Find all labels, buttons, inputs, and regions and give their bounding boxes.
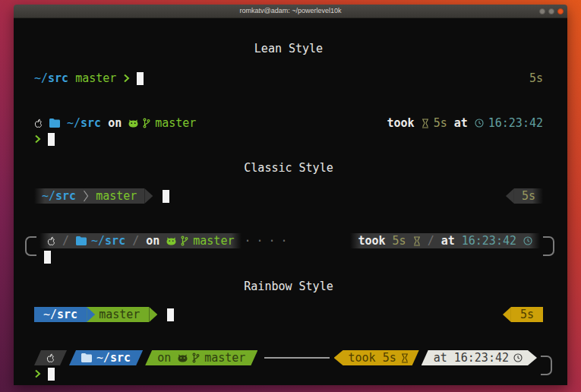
current-time: 16:23:42 — [488, 115, 543, 131]
rainbow-segment-duration: 5s — [511, 307, 543, 322]
rainbow-segment-git: on master — [145, 350, 257, 365]
lean-prompt-2-line-2 — [14, 131, 567, 147]
rainbow-segment-path: ~/src — [69, 350, 143, 365]
rainbow-segment-time: at 16:23:42 — [422, 350, 537, 365]
git-branch-icon — [192, 352, 200, 363]
clock-icon — [513, 353, 523, 362]
rainbow-segment-duration: took 5s — [334, 350, 419, 365]
terminal-cursor — [167, 308, 174, 321]
path-prefix: ~/ — [91, 233, 105, 248]
apple-os-icon — [46, 353, 55, 363]
classic-prompt-2-line-1: / ~/src / on master ···· took 5s / at 16… — [14, 233, 567, 248]
current-time: 16:23:42 — [462, 233, 516, 248]
git-branch-name: master — [204, 350, 245, 365]
command-duration: 5s — [434, 115, 447, 131]
powerline-segment-right: took 5s / at 16:23:42 — [350, 233, 540, 248]
git-branch-icon — [181, 236, 188, 246]
command-duration: 5s — [383, 350, 396, 365]
slash-separator: / — [132, 233, 139, 248]
git-branch-name: master — [155, 115, 196, 131]
terminal-cursor — [137, 72, 144, 85]
section-title: Lean Style — [254, 41, 323, 56]
path-dir: src — [55, 188, 76, 204]
octocat-icon — [128, 119, 138, 128]
powerline-segment-duration: 5s — [514, 188, 543, 204]
gap-filler-line — [264, 357, 329, 359]
path-prefix: ~/ — [96, 350, 110, 365]
rainbow-segment-os — [34, 350, 67, 365]
at-label: at — [441, 233, 455, 248]
window-controls — [539, 5, 564, 17]
classic-prompt-1: ~/src master 5s — [14, 188, 567, 204]
apple-os-icon — [47, 236, 55, 246]
took-label: took — [349, 350, 376, 365]
powerline-arrow — [503, 307, 511, 322]
powerline-arrow — [506, 188, 514, 204]
classic-prompt-2-line-2 — [14, 249, 567, 264]
powerline-arrow — [149, 307, 157, 322]
rainbow-segment-path: ~/src — [34, 307, 87, 322]
path-dir: src — [57, 307, 77, 322]
git-branch-name: master — [96, 188, 137, 204]
lean-prompt-2-line-1: ~/src on master took 5s at 16:23:42 — [14, 115, 567, 131]
path-dir: src — [110, 350, 131, 365]
git-branch-name: master — [193, 233, 234, 248]
powerline-segment-path-git: ~/src master — [34, 188, 144, 204]
lean-section-title-row: Lean Style — [14, 41, 567, 56]
section-title: Classic Style — [244, 160, 333, 175]
terminal-body[interactable]: Lean Style ~/src master 5s ~/src on mast… — [14, 18, 567, 385]
rainbow-section-title-row: Rainbow Style — [14, 279, 567, 294]
terminal-window: romkatv@adam: ~/powerlevel10k Lean Style… — [14, 5, 567, 385]
command-duration: 5s — [522, 188, 535, 204]
hourglass-icon — [413, 236, 421, 246]
rainbow-segment-git: master — [87, 307, 149, 322]
hourglass-icon — [401, 353, 409, 363]
octocat-icon — [178, 354, 188, 362]
classic-section-title-row: Classic Style — [14, 160, 567, 175]
rainbow-prompt-1: ~/src master 5s — [14, 307, 567, 322]
path-prefix: ~/ — [42, 188, 55, 204]
section-title: Rainbow Style — [244, 279, 333, 294]
slash-separator: / — [428, 233, 434, 248]
minimize-button[interactable] — [539, 8, 545, 14]
terminal-cursor — [44, 251, 51, 264]
apple-os-icon — [34, 119, 43, 128]
rainbow-prompt-2-line-1: ~/src on master took 5s at 16:23:42 — [14, 350, 567, 365]
octocat-icon — [166, 237, 176, 245]
folder-icon — [81, 353, 92, 362]
path-prefix: ~/ — [43, 307, 57, 322]
path-dir: src — [81, 115, 101, 131]
path-prefix: ~/ — [34, 71, 48, 86]
gap-filler-dots: ···· — [244, 233, 292, 248]
on-label: on — [157, 350, 171, 365]
command-duration: 5s — [393, 233, 406, 248]
git-branch-name: master — [99, 307, 140, 322]
maximize-button[interactable] — [548, 8, 554, 14]
folder-icon — [49, 119, 60, 128]
folder-icon — [76, 236, 87, 245]
hourglass-icon — [422, 119, 429, 128]
thin-chevron-separator-icon — [83, 190, 89, 202]
clock-icon — [475, 119, 484, 128]
terminal-cursor — [48, 133, 55, 146]
path-prefix: ~/ — [67, 115, 81, 131]
chevron-right-icon — [123, 74, 130, 83]
terminal-cursor — [48, 368, 55, 381]
git-branch-icon — [143, 118, 150, 128]
took-label: took — [387, 115, 415, 131]
close-button[interactable] — [557, 8, 564, 14]
on-label: on — [146, 233, 159, 248]
path-dir: src — [48, 71, 68, 86]
rainbow-prompt-2-line-2 — [14, 366, 567, 381]
powerline-arrow — [144, 188, 153, 204]
powerline-segment-left: / ~/src / on master — [39, 233, 242, 248]
at-label: at — [454, 115, 468, 131]
titlebar[interactable]: romkatv@adam: ~/powerlevel10k — [14, 5, 567, 18]
took-label: took — [358, 233, 385, 248]
current-time: 16:23:42 — [454, 350, 509, 365]
terminal-cursor — [163, 190, 169, 203]
on-label: on — [108, 115, 122, 131]
command-duration: 5s — [520, 307, 534, 322]
clock-icon — [523, 236, 532, 245]
slash-separator: / — [62, 233, 69, 248]
